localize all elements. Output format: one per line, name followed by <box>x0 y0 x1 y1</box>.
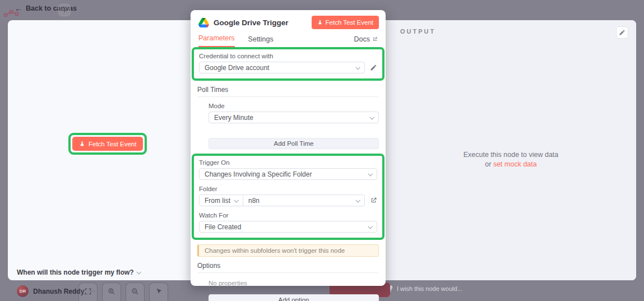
credential-value: Google Drive account <box>205 64 269 72</box>
avatar[interactable]: DR <box>17 285 29 297</box>
user-name[interactable]: Dhanush Reddy <box>33 288 84 295</box>
subfolder-warning-notice: Changes within subfolders won't trigger … <box>197 244 379 257</box>
trigger-on-label: Trigger On <box>199 159 377 166</box>
canvas-zoom-toolbar <box>78 283 168 301</box>
mode-label: Mode <box>209 103 379 109</box>
output-edit-button[interactable] <box>616 26 628 39</box>
watch-for-select[interactable]: File Created <box>199 221 377 233</box>
chevron-down-icon <box>369 115 374 119</box>
node-feedback-prompt[interactable]: I wish this node would... <box>388 285 462 292</box>
output-empty-line1: Execute this node to view data <box>386 150 636 160</box>
trigger-flow-hint-label: When will this node trigger my flow? <box>17 268 134 276</box>
trigger-flow-hint[interactable]: When will this node trigger my flow? <box>17 268 140 276</box>
tab-settings[interactable]: Settings <box>248 35 274 47</box>
folder-mode-select[interactable]: From list <box>200 195 243 206</box>
folder-mode-value: From list <box>205 197 230 205</box>
modal-header: Google Drive Trigger Fetch Test Event <box>191 10 386 29</box>
credential-select[interactable]: Google Drive account <box>199 62 365 73</box>
options-empty-text: No properties <box>209 280 379 286</box>
wish-text: I wish this node would... <box>397 285 462 292</box>
poll-times-label: Poll Times <box>197 86 379 94</box>
credential-edit-button[interactable] <box>370 64 377 71</box>
folder-resource-locator: From list n8n <box>199 195 365 206</box>
options-label: Options <box>197 262 379 270</box>
add-option-button[interactable]: Add option <box>209 294 379 301</box>
pencil-icon <box>619 29 626 36</box>
mode-value: Every Minute <box>214 114 253 122</box>
chevron-down-icon <box>368 224 372 229</box>
set-mock-data-link[interactable]: set mock data <box>493 160 537 168</box>
fetch-test-event-button-canvas[interactable]: Fetch Test Event <box>72 137 143 151</box>
zoom-out-button[interactable] <box>126 283 145 301</box>
output-empty-state: Execute this node to view data or set mo… <box>386 150 636 169</box>
watch-for-label: Watch For <box>199 212 377 219</box>
zoom-to-fit-icon <box>84 288 92 295</box>
google-drive-icon <box>198 18 209 27</box>
output-panel: OUTPUT Execute this node to view data or… <box>386 20 636 280</box>
google-drive-trigger-modal: Google Drive Trigger Fetch Test Event Pa… <box>191 10 386 286</box>
flask-icon <box>317 20 323 25</box>
chevron-down-icon <box>355 65 360 70</box>
chevron-down-icon <box>234 198 238 202</box>
new-tab-button[interactable]: + <box>58 4 71 16</box>
chevron-down-icon <box>368 172 372 176</box>
back-arrow-icon: ← <box>15 4 22 12</box>
divider <box>197 96 379 97</box>
folder-value: n8n <box>248 197 260 205</box>
output-empty-or: or <box>485 160 491 168</box>
fetch-test-event-label: Fetch Test Event <box>89 141 136 147</box>
output-panel-title: OUTPUT <box>400 28 435 35</box>
chevron-down-icon <box>355 198 360 202</box>
zoom-to-fit-button[interactable] <box>78 283 98 301</box>
trigger-on-select[interactable]: Changes Involving a Specific Folder <box>199 168 377 180</box>
open-folder-external-button[interactable] <box>370 197 377 204</box>
fetch-test-event-highlight: Fetch Test Event <box>68 133 147 155</box>
folder-label: Folder <box>199 186 377 192</box>
zoom-in-button[interactable] <box>102 283 121 301</box>
tab-parameters[interactable]: Parameters <box>198 34 235 47</box>
chevron-down-icon <box>136 270 141 274</box>
divider <box>197 272 379 273</box>
external-link-icon <box>372 36 378 42</box>
pointer-icon <box>155 288 163 295</box>
trigger-on-value: Changes Involving a Specific Folder <box>205 170 312 178</box>
options-section: Options No properties Add option <box>191 257 386 301</box>
flask-icon <box>79 141 85 147</box>
trigger-highlight-box: Trigger On Changes Involving a Specific … <box>192 154 384 240</box>
modal-title: Google Drive Trigger <box>214 18 289 27</box>
pencil-icon <box>370 64 377 71</box>
poll-times-section: Poll Times Mode Every Minute Add Poll Ti… <box>191 81 386 149</box>
docs-label: Docs <box>354 35 370 43</box>
credential-label: Credential to connect with <box>199 53 377 59</box>
pointer-tool-button[interactable] <box>149 283 168 301</box>
docs-link[interactable]: Docs <box>354 35 378 47</box>
modal-tabs: Parameters Settings Docs <box>191 29 386 47</box>
mode-select[interactable]: Every Minute <box>209 112 379 123</box>
zoom-in-icon <box>108 288 115 295</box>
external-link-icon <box>370 197 377 204</box>
app-screen: ← Back to canvas + OUTPUT Execute this n… <box>0 0 644 301</box>
add-poll-time-button[interactable]: Add Poll Time <box>209 138 379 149</box>
fetch-test-event-button-modal[interactable]: Fetch Test Event <box>312 16 379 29</box>
fetch-test-event-label: Fetch Test Event <box>326 19 373 26</box>
credential-highlight-box: Credential to connect with Google Drive … <box>192 47 384 81</box>
folder-value-select[interactable]: n8n <box>243 195 364 206</box>
zoom-out-icon <box>131 288 139 295</box>
watch-for-value: File Created <box>205 223 241 231</box>
